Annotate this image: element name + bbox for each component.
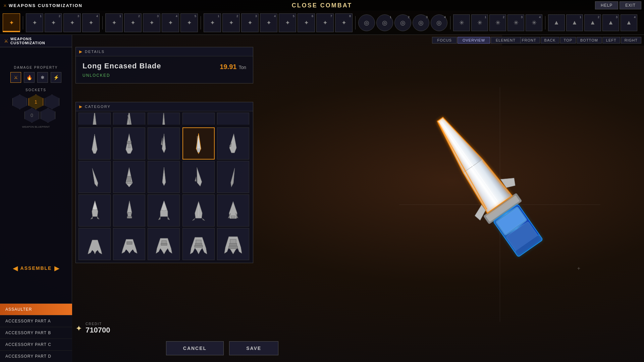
help-button[interactable]: HELP	[595, 1, 618, 9]
cancel-button[interactable]: CANCEL	[166, 341, 224, 355]
socket-active-value: 1	[35, 99, 37, 105]
category-item-10[interactable]	[217, 161, 249, 193]
part-item-accessory-b[interactable]: ACCESSORY PART B	[0, 327, 72, 339]
weapon-slot-3-1[interactable]: 1 ✦	[105, 13, 123, 32]
assemble-prev-arrow[interactable]: ◀	[13, 264, 18, 272]
socket-hex-center[interactable]: 1	[29, 95, 43, 109]
svg-line-60	[441, 121, 498, 202]
weapon-slot-5-3[interactable]: 2 ◎	[394, 14, 411, 31]
save-button[interactable]: SAVE	[229, 341, 278, 355]
svg-rect-53	[195, 245, 203, 247]
view-right-button[interactable]: RIGHT	[621, 37, 641, 44]
exit-button[interactable]: EXIT	[620, 1, 641, 9]
slot-icon: ✳	[477, 19, 482, 26]
category-item-18[interactable]	[148, 228, 180, 260]
assemble-next-arrow[interactable]: ▶	[54, 264, 59, 272]
weapon-slot-7-4[interactable]: 3 ▲	[602, 14, 619, 31]
view-bottom-button[interactable]: BOTTOM	[577, 37, 602, 44]
part-item-accessory-a[interactable]: ACCESSORY PART A	[0, 315, 72, 327]
category-item-4-selected[interactable]	[182, 127, 215, 160]
category-item-12[interactable]	[113, 194, 145, 227]
weapon-slot-4-1[interactable]: 1 ✦	[204, 13, 221, 32]
category-item-7[interactable]	[113, 161, 145, 193]
overview-button[interactable]: OVERVIEW	[458, 37, 490, 44]
weapon-slot-4-5[interactable]: 5 ✦	[279, 13, 296, 32]
weapon-slot-3-4[interactable]: 4 ✦	[162, 13, 179, 32]
category-item-11[interactable]	[78, 194, 111, 227]
slot-icon: ✦	[70, 19, 75, 26]
category-item-6[interactable]	[78, 161, 111, 193]
damage-icon-ice[interactable]: ❄	[37, 72, 48, 83]
category-item-partial-2[interactable]	[113, 113, 145, 125]
weapon-slot-4-3[interactable]: 3 ✦	[241, 13, 259, 32]
weapon-slot-5-4[interactable]: 3 ◎	[413, 14, 429, 31]
weapon-slot-1-1[interactable]: ✦	[3, 13, 20, 32]
weapon-slot-4-4[interactable]: 4 ✦	[260, 13, 277, 32]
weapon-slot-5-2[interactable]: 1 ◎	[376, 14, 393, 31]
category-item-14[interactable]	[182, 194, 215, 227]
part-item-accessory-d[interactable]: ACCESSORY PART D	[0, 350, 72, 362]
view-left-button[interactable]: LEFT	[602, 37, 620, 44]
element-button[interactable]: ELEMENT	[491, 37, 521, 44]
category-item-15[interactable]	[217, 194, 249, 227]
weapon-slot-2-1[interactable]: 1 ✦	[26, 13, 43, 32]
socket-inactive-value: 0	[31, 113, 33, 118]
weapon-slot-5-1[interactable]: ◎	[358, 14, 375, 31]
category-item-17[interactable]	[113, 228, 145, 260]
damage-icon-lightning[interactable]: ⚡	[51, 72, 61, 83]
weapon-display: +	[362, 47, 637, 362]
category-item-1[interactable]	[78, 127, 111, 160]
category-item-partial-4[interactable]	[182, 113, 215, 125]
weapon-slot-2-4[interactable]: 4 ✦	[82, 13, 100, 32]
category-item-5[interactable]	[217, 127, 249, 160]
slot-icon: ✦	[168, 19, 173, 26]
category-item-19[interactable]	[182, 228, 215, 260]
socket-hex-right[interactable]	[45, 95, 59, 109]
weapon-slot-4-2[interactable]: 2 ✦	[222, 13, 240, 32]
weapon-slot-4-6[interactable]: 6 ✦	[298, 13, 315, 32]
category-item-13[interactable]	[148, 194, 180, 227]
category-item-20[interactable]	[217, 228, 249, 260]
socket-hex-bottom-left[interactable]: 0	[24, 108, 39, 123]
weapon-slot-7-1[interactable]: ▲	[548, 14, 565, 31]
category-item-partial-1[interactable]	[78, 113, 111, 125]
damage-icon-fire[interactable]: 🔥	[24, 72, 35, 83]
category-item-partial-3[interactable]	[148, 113, 180, 125]
view-top-button[interactable]: TOP	[560, 37, 576, 44]
weapon-slot-6-5[interactable]: 4 ✳	[526, 14, 542, 31]
weapon-slot-4-7[interactable]: 7 ✦	[316, 13, 334, 32]
category-item-partial-5[interactable]	[217, 113, 249, 125]
focus-button[interactable]: FOCUS	[432, 37, 457, 44]
weapon-slot-6-3[interactable]: 2 ✳	[489, 14, 506, 31]
category-item-2[interactable]	[113, 127, 145, 160]
damage-icon-physical[interactable]: ⚔	[10, 72, 21, 83]
weapon-slot-6-2[interactable]: 1 ✳	[471, 14, 488, 31]
weapon-slot-4-8[interactable]: 8 ✦	[335, 13, 353, 32]
weapon-slot-2-3[interactable]: 3 ✦	[63, 13, 81, 32]
weapon-slot-3-2[interactable]: 2 ✦	[124, 13, 142, 32]
weapon-slot-7-3[interactable]: 2 ▲	[584, 14, 601, 31]
category-item-16[interactable]	[78, 228, 111, 260]
slot-icon: ✦	[89, 19, 94, 26]
weapon-slot-7-2[interactable]: 1 ▲	[566, 14, 583, 31]
blade-19	[187, 233, 209, 255]
svg-marker-23	[194, 177, 197, 182]
weapon-slot-6-1[interactable]: ✳	[453, 14, 470, 31]
weapon-slot-3-3[interactable]: 3 ✦	[143, 13, 160, 32]
weapon-slot-6-4[interactable]: 3 ✳	[507, 14, 524, 31]
category-item-9[interactable]	[182, 161, 215, 193]
weapon-slot-2-2[interactable]: 2 ✦	[45, 13, 62, 32]
socket-hex-bottom-right[interactable]	[41, 108, 55, 123]
socket-hex-left[interactable]	[12, 95, 27, 109]
svg-marker-34	[158, 217, 160, 220]
weapon-slot-5-5[interactable]: 4 ◎	[431, 14, 447, 31]
details-body: Long Encased Blade UNLOCKED 19.91 Ton	[76, 56, 253, 83]
view-back-button[interactable]: BACK	[541, 37, 559, 44]
weapons-header: ⚔ WEAPONS CUSTOMIZATION	[0, 35, 72, 47]
weapon-slot-7-5[interactable]: 4 ▲	[621, 14, 637, 31]
part-item-accessory-c[interactable]: ACCESSORY PART C	[0, 339, 72, 350]
part-item-assaulter[interactable]: ASSAULTER	[0, 303, 72, 315]
category-item-8[interactable]	[148, 161, 180, 193]
category-item-3[interactable]	[148, 127, 180, 160]
weapon-slot-3-5[interactable]: 5 ✦	[180, 13, 198, 32]
